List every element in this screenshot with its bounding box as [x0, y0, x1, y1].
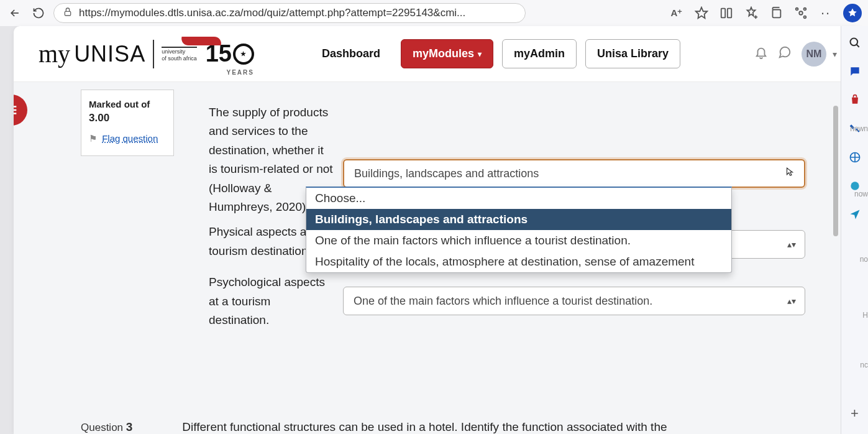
edge-label-1: nown	[850, 124, 868, 133]
quiz-content: Marked out of 3.00 ⚑ Flag question The s…	[14, 82, 862, 434]
svg-rect-3	[728, 9, 731, 18]
notifications-icon[interactable]	[754, 45, 768, 62]
chevron-down-icon: ▾	[478, 50, 482, 58]
sort-icon: ▴▾	[787, 296, 796, 306]
svg-line-13	[856, 45, 859, 47]
sidebar-search-icon[interactable]	[847, 35, 863, 51]
question-3-text: Different functional structures can be u…	[182, 420, 667, 434]
read-aloud-icon[interactable]: A⁺	[669, 6, 684, 21]
open-nav-drawer-button[interactable]	[14, 95, 27, 126]
cursor-icon	[784, 167, 795, 181]
match-select-3-value: One of the main factors which influence …	[354, 295, 652, 308]
collections-icon[interactable]	[769, 6, 783, 21]
edge-label-4: H	[862, 311, 868, 320]
dropdown-option-buildings[interactable]: Buildings, landscapes and attractions	[306, 209, 731, 230]
dropdown-option-choose[interactable]: Choose...	[306, 188, 731, 209]
question-3-header: Question 3 Different functional structur…	[81, 420, 667, 434]
sidebar-send-icon[interactable]	[847, 206, 863, 223]
marked-out-of-label: Marked out of	[89, 99, 166, 109]
svg-point-6	[796, 8, 798, 11]
nav-library[interactable]: Unisa Library	[585, 39, 680, 68]
edge-label-3: no	[860, 255, 868, 264]
logo-tagline-1: university	[162, 47, 197, 55]
scrollbar[interactable]	[833, 106, 838, 236]
split-screen-icon[interactable]	[719, 6, 734, 21]
page-container: my UNISA university of south africa 15 Y…	[14, 26, 862, 434]
flag-question[interactable]: ⚑ Flag question	[89, 133, 166, 144]
site-header: my UNISA university of south africa 15 Y…	[14, 26, 862, 82]
question-3-label: Question 3	[81, 420, 132, 434]
site-logo[interactable]: my UNISA university of south africa 15 Y…	[39, 39, 254, 68]
nav-myadmin[interactable]: myAdmin	[502, 39, 577, 68]
logo-divider	[153, 40, 154, 68]
nav-mymodules[interactable]: myModules ▾	[401, 39, 493, 68]
extensions-icon[interactable]	[793, 6, 808, 21]
dropdown-option-hospitality[interactable]: Hospitality of the locals, atmosphere at…	[306, 251, 731, 272]
match-stem-3: Psychological aspects at a tourism desti…	[209, 273, 333, 330]
match-select-1-dropdown[interactable]: Choose... Buildings, landscapes and attr…	[306, 187, 732, 273]
address-bar[interactable]: https://mymodules.dtls.unisa.ac.za/mod/q…	[53, 3, 526, 23]
favorite-star-icon[interactable]	[694, 6, 709, 21]
svg-marker-1	[696, 7, 707, 18]
url-text: https://mymodules.dtls.unisa.ac.za/mod/q…	[79, 7, 465, 19]
dropdown-option-main-factors[interactable]: One of the main factors which influence …	[306, 230, 731, 251]
browser-toolbar: https://mymodules.dtls.unisa.ac.za/mod/q…	[0, 0, 868, 26]
user-menu-chevron-icon[interactable]: ▾	[833, 49, 837, 59]
max-mark: 3.00	[89, 112, 166, 124]
match-row-3: Psychological aspects at a tourism desti…	[209, 273, 805, 330]
messages-icon[interactable]	[778, 45, 792, 62]
svg-point-7	[804, 8, 806, 11]
match-select-1-value: Buildings, landscapes and attractions	[354, 167, 539, 180]
logo-150: 15 YEARS	[206, 40, 254, 67]
favorites-hub-icon[interactable]	[744, 6, 759, 21]
edge-label-5: nc	[860, 361, 868, 369]
sort-icon: ▴▾	[787, 239, 796, 249]
logo-unisa: UNISA	[74, 41, 145, 67]
main-nav: Dashboard myModules ▾ myAdmin Unisa Libr…	[310, 39, 680, 68]
flag-icon: ⚑	[89, 133, 97, 144]
edge-label-2: now	[854, 190, 868, 198]
logo-tagline-2: of south africa	[162, 55, 197, 62]
svg-point-5	[799, 11, 803, 15]
nav-mymodules-label: myModules	[413, 47, 474, 60]
user-avatar[interactable]: NM	[802, 42, 826, 67]
back-button[interactable]	[6, 4, 24, 22]
header-right: NM ▾	[754, 42, 837, 67]
svg-rect-4	[773, 10, 781, 18]
browser-side-panel: +	[841, 26, 868, 434]
profile-badge-icon[interactable]	[843, 4, 862, 22]
sidebar-chat-icon[interactable]	[847, 63, 863, 80]
nav-dashboard[interactable]: Dashboard	[310, 39, 392, 68]
refresh-button[interactable]	[30, 4, 47, 22]
lock-icon	[63, 7, 73, 20]
svg-point-15	[851, 182, 859, 190]
match-select-1[interactable]: Buildings, landscapes and attractions	[343, 159, 805, 188]
question-info-box: Marked out of 3.00 ⚑ Flag question	[81, 90, 174, 156]
svg-rect-2	[721, 9, 725, 18]
sidebar-add-icon[interactable]: +	[847, 405, 863, 422]
match-select-3[interactable]: One of the main factors which influence …	[343, 287, 805, 315]
svg-point-8	[804, 16, 806, 19]
flag-question-link[interactable]: Flag question	[102, 133, 158, 144]
sidebar-games-icon[interactable]	[847, 149, 863, 165]
sidebar-shopping-icon[interactable]	[847, 92, 863, 108]
svg-rect-0	[65, 11, 70, 16]
more-icon[interactable]: ··	[818, 6, 833, 21]
svg-point-12	[850, 39, 857, 46]
logo-my: my	[39, 39, 70, 68]
